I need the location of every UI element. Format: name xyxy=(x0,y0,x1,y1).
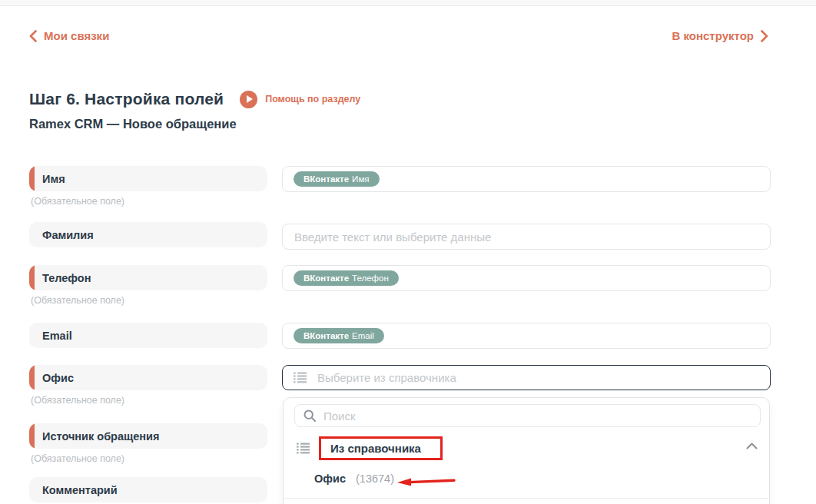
section-help-link[interactable]: Помощь по разделу xyxy=(265,94,360,104)
field-chip-email: Email xyxy=(29,323,267,348)
required-note: (Обязательное поле) xyxy=(31,196,124,207)
field-label: Офис xyxy=(42,372,74,384)
search-icon xyxy=(304,410,316,422)
help-video-button[interactable] xyxy=(240,91,257,108)
dropdown-search-input[interactable] xyxy=(316,405,760,426)
tag-field: Телефон xyxy=(352,274,389,283)
office-dropdown-panel: Из справочника Офис (13674) xyxy=(283,397,770,504)
item-count: (13674) xyxy=(356,472,394,485)
dropdown-placeholder: Выберите из справочника xyxy=(317,371,456,384)
dropdown-item-office[interactable]: Офис (13674) xyxy=(284,469,769,491)
forward-link-label: В конструктор xyxy=(672,29,754,42)
field-input-email[interactable]: ВКонтакте Email xyxy=(282,323,771,349)
chevron-right-icon xyxy=(761,30,768,42)
field-chip-name: Имя xyxy=(29,166,267,191)
required-marker xyxy=(29,365,35,390)
back-link-label: Мои связки xyxy=(44,29,109,42)
field-chip-office: Офис xyxy=(29,365,267,390)
required-marker xyxy=(29,166,35,191)
forward-link-constructor[interactable]: В конструктор xyxy=(672,29,768,42)
lastname-text-input[interactable] xyxy=(283,224,770,249)
page-title: Шаг 6. Настройка полей xyxy=(29,90,224,108)
tag-field: Имя xyxy=(352,174,369,184)
field-chip-lastname: Фамилия xyxy=(29,222,267,247)
page: Мои связки В конструктор Шаг 6. Настройк… xyxy=(0,0,816,504)
header: Шаг 6. Настройка полей Помощь по разделу xyxy=(29,90,360,108)
tag-source: ВКонтакте xyxy=(304,274,349,283)
field-input-name[interactable]: ВКонтакте Имя xyxy=(282,166,771,192)
field-label: Фамилия xyxy=(42,229,94,241)
chevron-up-icon[interactable] xyxy=(746,443,758,449)
play-icon xyxy=(247,95,253,103)
required-note: (Обязательное поле) xyxy=(31,295,124,306)
office-dropdown-trigger[interactable]: Выберите из справочника xyxy=(282,365,771,390)
field-label: Имя xyxy=(42,173,65,185)
required-marker xyxy=(29,265,35,290)
tag-field: Email xyxy=(352,331,374,340)
list-icon xyxy=(294,372,307,383)
back-link-my-bundles[interactable]: Мои связки xyxy=(29,29,109,42)
page-subtitle: Ramex CRM — Новое обращение xyxy=(29,117,237,131)
annotation-highlight-box: Из справочника xyxy=(319,436,443,460)
top-strip xyxy=(0,0,816,6)
vk-email-tag[interactable]: ВКонтакте Email xyxy=(294,328,384,343)
field-chip-phone: Телефон xyxy=(29,265,267,290)
divider xyxy=(284,498,768,499)
tag-source: ВКонтакте xyxy=(304,331,349,340)
chevron-left-icon xyxy=(29,30,37,42)
item-label: Офис xyxy=(314,472,346,485)
dropdown-group-directory[interactable]: Из справочника xyxy=(284,436,769,463)
field-input-lastname[interactable] xyxy=(282,224,771,250)
field-chip-comment: Комментарий xyxy=(29,477,267,502)
required-note: (Обязательное поле) xyxy=(31,453,124,464)
dropdown-search[interactable] xyxy=(294,404,761,427)
required-marker xyxy=(29,423,35,449)
group-label: Из справочника xyxy=(330,442,421,455)
field-label: Комментарий xyxy=(42,484,118,496)
field-chip-source: Источник обращения xyxy=(29,423,267,449)
tag-source: ВКонтакте xyxy=(304,174,349,184)
vk-name-tag[interactable]: ВКонтакте Имя xyxy=(294,171,380,187)
vk-phone-tag[interactable]: ВКонтакте Телефон xyxy=(294,270,399,286)
field-label: Телефон xyxy=(42,272,91,284)
field-label: Источник обращения xyxy=(42,430,159,443)
list-icon xyxy=(297,443,310,454)
required-note: (Обязательное поле) xyxy=(31,395,124,406)
field-input-phone[interactable]: ВКонтакте Телефон xyxy=(282,265,771,291)
annotation-arrow-icon xyxy=(397,476,456,490)
field-label: Email xyxy=(42,330,72,342)
